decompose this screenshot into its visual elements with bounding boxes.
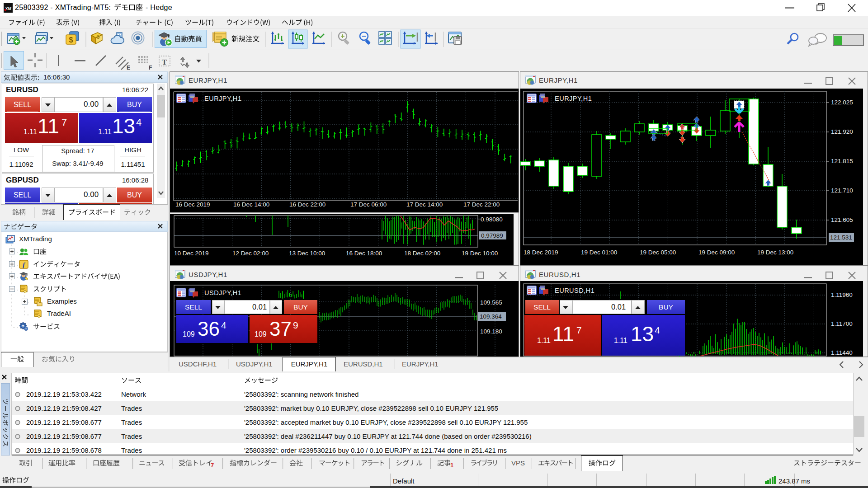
svg-text:E: E — [127, 65, 130, 71]
svg-text:T: T — [162, 58, 167, 66]
svg-text:F: F — [149, 65, 152, 71]
svg-text:EURUSD,H1: EURUSD,H1 — [555, 287, 594, 294]
svg-text:USDJPY,H1: USDJPY,H1 — [204, 289, 241, 296]
svg-text:EURJPY,H1: EURJPY,H1 — [555, 95, 592, 102]
svg-text:EURJPY,H1: EURJPY,H1 — [204, 95, 241, 102]
